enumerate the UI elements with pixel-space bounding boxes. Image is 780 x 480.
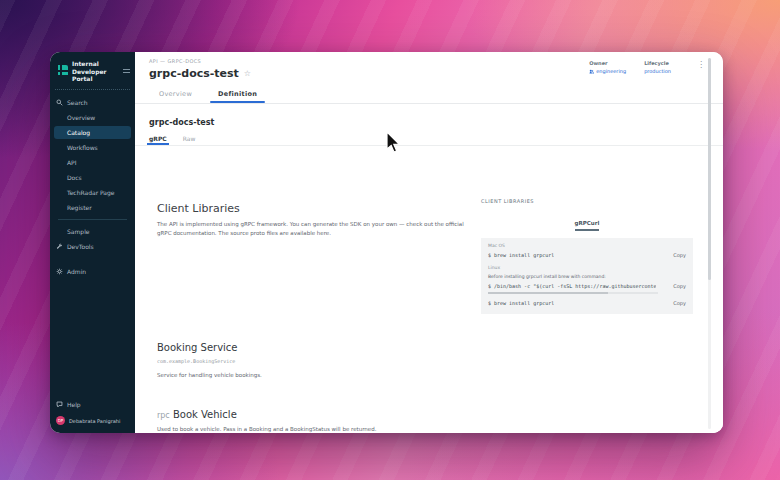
booking-service-heading: Booking Service [157,342,262,353]
copy-button[interactable]: Copy [673,283,686,289]
sidebar: Internal Developer Portal Search Overvie… [50,52,135,433]
horizontal-scrollbar[interactable] [488,292,658,294]
rpc-description: Used to book a vehicle. Pass in a Bookin… [157,426,376,432]
macos-command: $ brew install grpcurl [488,252,554,258]
booking-service-description: Service for handling vehicle bookings. [157,372,262,378]
search-icon [56,99,63,106]
sidebar-item-help[interactable]: Help [50,398,135,411]
sidebar-item-label: Search [67,99,88,106]
client-libraries-description: The API is implemented using gRPC framew… [157,220,477,238]
tab-overview[interactable]: Overview [159,90,192,103]
rpc-section: rpc Book Vehicle Used to book a vehicle.… [157,409,376,432]
linux-note: Before installing grpcurl install brew w… [488,274,686,279]
macos-label: Mac OS [488,243,686,248]
gear-icon [56,268,63,275]
rpc-name: Book Vehicle [173,409,237,420]
copy-button[interactable]: Copy [673,300,686,306]
entity-tabs: Overview Definition [159,90,709,103]
portal-logo-icon [56,65,68,77]
sidebar-item-api[interactable]: API [50,156,135,169]
client-libraries-heading: Client Libraries [157,202,477,215]
owner-block: Owner engineering [589,60,626,74]
linux-command-1: $ /bin/bash -c "$(curl -fsSL https://raw… [488,283,656,289]
sidebar-item-register[interactable]: Register [50,201,135,214]
sidebar-item-catalog[interactable]: Catalog [54,126,131,139]
owner-link[interactable]: engineering [589,68,626,74]
rpc-kind: rpc [157,411,170,420]
sidebar-item-docs[interactable]: Docs [50,171,135,184]
sidebar-item-techradar[interactable]: TechRadar Page [50,186,135,199]
client-libraries-section: Client Libraries The API is implemented … [157,202,477,238]
lifecycle-block: Lifecycle production [644,60,671,74]
booking-service-section: Booking Service com.example.BookingServi… [157,342,262,378]
lifecycle-link[interactable]: production [644,68,671,74]
lifecycle-label: Lifecycle [644,60,671,66]
sidebar-logo[interactable]: Internal Developer Portal [50,58,135,89]
sidebar-collapse-icon[interactable] [123,67,130,75]
entity-header: API — GRPC-DOCS grpc-docs-test ☆ Owner e… [135,52,723,103]
booking-service-fqn: com.example.BookingService [157,358,262,364]
group-icon [589,69,594,74]
portal-title: Internal Developer Portal [72,60,119,83]
definition-format-tabs: gRPC Raw [149,135,709,145]
sidebar-item-workflows[interactable]: Workflows [50,141,135,154]
owner-label: Owner [589,60,626,66]
definition-card-header: grpc-docs-test gRPC Raw [135,108,723,145]
divider [58,219,127,220]
tab-grpcurl[interactable]: gRPCurl [575,220,600,231]
client-libraries-panel: CLIENT LIBRARIES gRPCurl Mac OS $ brew i… [481,198,693,314]
sidebar-user[interactable]: DP Debabrata Panigrahi [50,412,135,427]
definition-content: grpc-docs-test gRPC Raw Client Libraries… [135,108,723,433]
grpc-doc: Client Libraries The API is implemented … [135,146,723,433]
app-window: Internal Developer Portal Search Overvie… [50,52,723,433]
help-chat-icon [56,401,63,408]
main-area: API — GRPC-DOCS grpc-docs-test ☆ Owner e… [135,52,723,433]
wrench-icon [56,243,63,250]
page-title: grpc-docs-test [149,67,239,80]
tab-grpc[interactable]: gRPC [149,135,167,145]
favorite-star-icon[interactable]: ☆ [244,69,251,78]
user-avatar: DP [56,416,65,425]
linux-command-2: $ brew install grpcurl [488,300,554,306]
panel-label: CLIENT LIBRARIES [481,198,693,204]
sidebar-item-overview[interactable]: Overview [50,111,135,124]
scrollbar-thumb[interactable] [708,58,711,280]
vertical-scrollbar[interactable] [708,58,711,429]
tab-raw[interactable]: Raw [183,135,196,145]
divider [55,89,130,90]
user-name: Debabrata Panigrahi [69,418,120,424]
linux-label: Linux [488,265,686,270]
sidebar-item-search[interactable]: Search [50,96,135,109]
divider [135,103,723,104]
copy-button[interactable]: Copy [673,252,686,258]
sidebar-item-admin[interactable]: Admin [50,265,135,278]
tab-definition[interactable]: Definition [218,90,257,103]
definition-card-title: grpc-docs-test [149,118,709,127]
install-instructions-box: Mac OS $ brew install grpcurl Copy Linux… [481,238,693,314]
kebab-menu-icon[interactable]: ⋮ [697,60,705,69]
sidebar-item-sample[interactable]: Sample [50,225,135,238]
sidebar-item-devtools[interactable]: DevTools [50,240,135,253]
